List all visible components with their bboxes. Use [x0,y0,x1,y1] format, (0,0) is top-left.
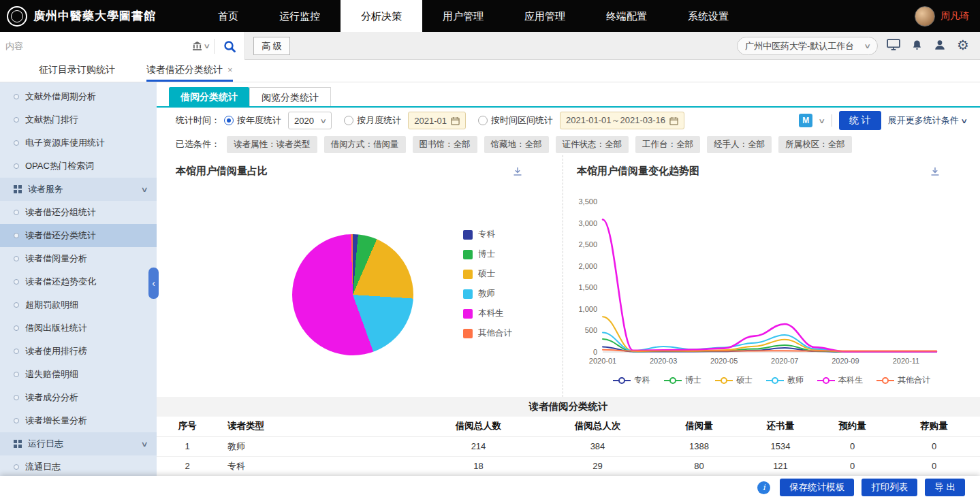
legend-item[interactable]: 博士 [664,374,701,386]
footer-button[interactable]: 导 出 [925,479,965,496]
search-button[interactable] [215,32,244,60]
circle-bullet-icon [14,279,19,285]
svg-text:2020-11: 2020-11 [893,357,920,365]
charts-row: 本馆用户借阅量占比 专科博士硕士教师本科生其他合计 本馆用户借阅量变化趋势图 0… [157,155,980,397]
sidebar-item[interactable]: 读者增长量分析 [0,409,157,432]
line-panel-title: 本馆用户借阅量变化趋势图 [577,165,699,178]
sidebar-item[interactable]: 超期罚款明细 [0,293,157,317]
legend-swatch [463,329,473,338]
radio-by-year-label[interactable]: 按年度统计 [237,114,281,127]
legend-item[interactable]: 硕士 [715,374,753,386]
stat-table: 序号读者类型借阅总人数借阅总人次借阅量还书量预约量荐购量 1教师21438413… [157,417,980,477]
condition-tag: 借阅方式：借阅量 [324,136,406,153]
nav-item[interactable]: 用户管理 [422,0,504,32]
nav-item[interactable]: 终端配置 [586,0,667,32]
table-cell: 80 [654,456,744,476]
legend-item[interactable]: 硕士 [463,267,512,281]
column-header: 荐购量 [888,417,980,436]
sidebar-item[interactable]: 读者借还分类统计 [0,224,157,247]
sidebar-item[interactable]: 文献外借周期分析 [0,85,157,108]
sidebar-item[interactable]: 读者服务∨ [0,178,157,201]
nav-menu: 首页运行监控分析决策用户管理应用管理终端配置系统设置 [197,0,749,32]
legend-item[interactable]: 本科生 [817,374,863,386]
toolbar: ∨ 高 级 广州中医药大学-默认工作台 ∨ ⚙ [0,32,980,60]
scope-dropdown[interactable]: ∨ [187,42,214,50]
radio-by-range-label[interactable]: 按时间区间统计 [491,114,553,127]
footer-button[interactable]: 保存统计模板 [780,479,854,496]
sidebar-item[interactable]: 读者借阅量分析 [0,247,157,270]
month-value: 2021-01 [414,116,447,126]
tab-borrow-classification[interactable]: 借阅分类统计 [169,87,249,106]
avatar[interactable] [915,6,935,27]
search-input[interactable] [0,41,187,51]
sidebar-item[interactable]: 电子资源库使用统计 [0,131,157,155]
download-icon[interactable] [930,166,941,180]
tab-reading-classification[interactable]: 阅览分类统计 [249,87,331,106]
line-chart-svg[interactable]: 05001,0001,5002,0002,5003,0003,5002020-0… [563,193,965,369]
month-input[interactable]: 2021-01 [408,112,466,129]
year-select[interactable]: 2020 ∨ [288,112,332,129]
sidebar-item[interactable]: 读者借还分组统计 [0,201,157,224]
footer-button[interactable]: 打印列表 [862,479,917,496]
year-value: 2020 [294,116,314,126]
expand-more-conditions-link[interactable]: 展开更多统计条件 ∨ [888,114,966,127]
circle-bullet-icon [14,418,19,423]
date-range-input[interactable]: 2021-01-01～2021-03-16 [560,112,684,129]
sidebar-item[interactable]: 读者借还趋势变化 [0,270,157,293]
radio-by-year[interactable] [224,116,234,125]
radio-by-month[interactable] [344,116,353,125]
legend-item[interactable]: 其他合计 [463,326,512,340]
sidebar-item[interactable]: 流通日志 [0,455,157,479]
statistics-button[interactable]: 统 计 [839,111,881,130]
footer-buttons: 保存统计模板打印列表导 出 [780,479,965,496]
sidebar-collapse-handle[interactable]: ‹ [148,268,159,299]
monitor-icon[interactable] [887,39,900,51]
table-row: 1教师2143841388153400 [157,436,980,456]
close-icon[interactable]: × [227,65,233,75]
table-cell: 29 [541,456,654,476]
gear-icon[interactable]: ⚙ [957,38,969,52]
nav-item[interactable]: 运行监控 [259,0,341,32]
sidebar: 文献外借周期分析文献热门排行电子资源库使用统计OPAC热门检索词读者服务∨读者借… [0,82,157,499]
sidebar-item[interactable]: 读者使用排行榜 [0,340,157,363]
username[interactable]: 周凡琦 [941,10,969,22]
download-icon[interactable] [512,166,523,180]
workspace-select[interactable]: 广州中医药大学-默认工作台 ∨ [737,37,878,55]
bell-icon[interactable] [911,39,923,51]
view-switch-icon[interactable]: M [799,114,812,127]
sidebar-item[interactable]: OPAC热门检索词 [0,155,157,178]
sidebar-item[interactable]: 读者成分分析 [0,386,157,409]
nav-item[interactable]: 应用管理 [504,0,586,32]
legend-label: 硕士 [736,374,753,386]
nav-item[interactable]: 分析决策 [341,0,422,32]
info-icon[interactable]: i [757,481,770,494]
tab-reader-borrow-return-stats[interactable]: 读者借还分类统计 × [146,60,233,82]
condition-tag: 馆藏地：全部 [484,136,549,153]
workspace-label: 广州中医药大学-默认工作台 [745,40,854,52]
sidebar-item[interactable]: 运行日志∨ [0,432,157,455]
legend-label: 本科生 [478,308,504,319]
condition-tag: 读者属性：读者类型 [227,136,317,153]
radio-by-range[interactable] [478,116,488,125]
advanced-search-button[interactable]: 高 级 [253,37,290,55]
sidebar-item[interactable]: 文献热门排行 [0,108,157,131]
table-cell: 2 [157,456,218,476]
radio-by-month-label[interactable]: 按月度统计 [357,114,401,127]
legend-item[interactable]: 博士 [463,247,512,261]
sidebar-item[interactable]: 遗失赔偿明细 [0,363,157,386]
legend-item[interactable]: 本科生 [463,306,512,321]
pie-chart[interactable] [292,234,413,355]
legend-item[interactable]: 其他合计 [876,374,930,386]
nav-item[interactable]: 系统设置 [667,0,749,32]
nav-item[interactable]: 首页 [197,0,259,32]
legend-item[interactable]: 教师 [463,287,512,301]
tab-order-catalog-stats[interactable]: 征订目录订购统计 [39,60,115,82]
legend-item[interactable]: 专科 [463,227,512,242]
legend-item[interactable]: 专科 [613,374,650,386]
svg-text:2020-09: 2020-09 [832,357,859,365]
user-icon[interactable] [934,39,946,51]
legend-item[interactable]: 教师 [766,374,804,386]
circle-bullet-icon [14,325,19,331]
sidebar-item[interactable]: 借阅出版社统计 [0,317,157,340]
circle-bullet-icon [14,140,19,146]
